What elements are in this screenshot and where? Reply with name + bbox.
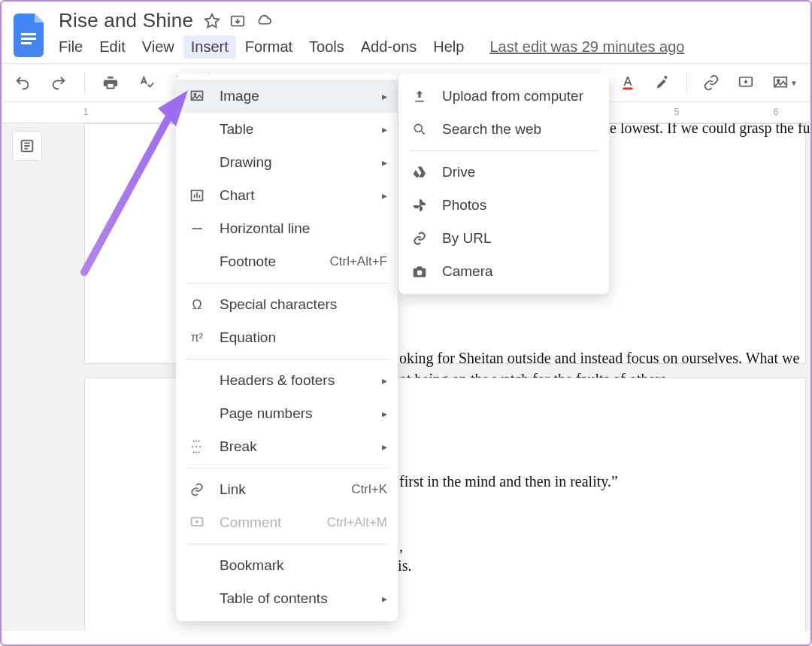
- menu-drawing[interactable]: Drawing ▸: [176, 146, 398, 179]
- body-text: oking for Sheitan outside and instead fo…: [399, 350, 799, 367]
- search-icon: [411, 122, 429, 137]
- submenu-camera[interactable]: Camera: [398, 255, 609, 288]
- menu-view[interactable]: View: [142, 38, 174, 56]
- image-submenu: Upload from computer Search the web Driv…: [398, 74, 609, 294]
- chevron-right-icon: ▸: [382, 593, 387, 605]
- link-icon: [411, 231, 429, 246]
- chevron-right-icon: ▸: [382, 375, 387, 387]
- document-title[interactable]: Rise and Shine: [59, 9, 193, 32]
- menu-table[interactable]: Table ▸: [176, 113, 398, 146]
- menu-comment: Comment Ctrl+Alt+M: [176, 506, 398, 539]
- menu-bar: File Edit View Insert Format Tools Add-o…: [59, 32, 798, 63]
- omega-icon: Ω: [188, 297, 206, 313]
- link-icon: [188, 482, 206, 497]
- submenu-search-web[interactable]: Search the web: [398, 113, 609, 146]
- cloud-icon[interactable]: [255, 13, 273, 29]
- docs-header: Rise and Shine File Edit View Insert For…: [2, 2, 810, 63]
- undo-icon[interactable]: [12, 72, 33, 93]
- label: Headers & footers: [220, 372, 335, 389]
- label: Horizontal line: [220, 220, 310, 237]
- highlight-icon[interactable]: [652, 72, 673, 93]
- submenu-by-url[interactable]: By URL: [398, 222, 609, 255]
- image-icon: [188, 89, 206, 104]
- label: Comment: [220, 514, 281, 531]
- menu-help[interactable]: Help: [433, 38, 464, 56]
- chevron-right-icon: ▸: [382, 156, 387, 168]
- menu-addons[interactable]: Add-ons: [361, 38, 417, 56]
- label: Photos: [442, 197, 486, 214]
- menu-page-numbers[interactable]: Page numbers ▸: [176, 397, 398, 430]
- pi-icon: π²: [188, 331, 206, 344]
- shortcut: Ctrl+Alt+F: [329, 254, 387, 269]
- label: Search the web: [442, 121, 541, 138]
- label: Upload from computer: [442, 88, 583, 105]
- menu-table-of-contents[interactable]: Table of contents ▸: [176, 582, 398, 615]
- chevron-right-icon: ▸: [382, 441, 387, 453]
- ruler-mark: 6: [774, 107, 779, 117]
- svg-rect-5: [623, 87, 633, 89]
- svg-point-14: [414, 124, 422, 132]
- menu-break[interactable]: Break ▸: [176, 430, 398, 463]
- comment-add-icon[interactable]: [735, 72, 756, 93]
- text-color-icon[interactable]: [617, 72, 638, 93]
- svg-point-8: [777, 80, 780, 82]
- submenu-drive[interactable]: Drive: [398, 156, 609, 189]
- menu-chart[interactable]: Chart ▸: [176, 179, 398, 212]
- label: Equation: [220, 329, 276, 346]
- insert-image-icon[interactable]: ▼: [770, 72, 800, 93]
- label: Drawing: [220, 154, 272, 171]
- menu-file[interactable]: File: [59, 38, 83, 56]
- shortcut: Ctrl+Alt+M: [327, 515, 387, 530]
- chevron-right-icon: ▸: [382, 190, 387, 202]
- label: Break: [220, 438, 257, 455]
- body-text: ,: [399, 538, 403, 555]
- menu-insert[interactable]: Insert: [183, 35, 236, 59]
- photos-icon: [411, 198, 429, 213]
- menu-special-characters[interactable]: Ω Special characters: [176, 288, 398, 321]
- comment-icon: [188, 515, 206, 530]
- label: Link: [220, 481, 246, 498]
- menu-bookmark[interactable]: Bookmark: [176, 549, 398, 582]
- label: Image: [220, 88, 259, 105]
- label: Bookmark: [220, 557, 284, 574]
- label: Drive: [442, 164, 475, 180]
- insert-dropdown: Image ▸ Table ▸ Drawing ▸ Chart ▸ Horizo…: [176, 74, 398, 621]
- submenu-photos[interactable]: Photos: [398, 189, 609, 222]
- upload-icon: [411, 89, 429, 104]
- camera-icon: [411, 264, 429, 279]
- label: Table of contents: [220, 590, 328, 607]
- menu-horizontal-line[interactable]: Horizontal line: [176, 212, 398, 245]
- menu-link[interactable]: Link Ctrl+K: [176, 473, 398, 506]
- star-icon[interactable]: [204, 13, 220, 29]
- svg-rect-1: [21, 38, 36, 40]
- submenu-upload[interactable]: Upload from computer: [398, 80, 609, 113]
- label: Table: [220, 121, 253, 138]
- label: Special characters: [220, 296, 337, 313]
- menu-equation[interactable]: π² Equation: [176, 321, 398, 354]
- move-icon[interactable]: [229, 13, 246, 29]
- body-text: he lowest. If we could grasp the full: [602, 123, 810, 137]
- chevron-right-icon: ▸: [382, 90, 387, 102]
- hline-icon: [188, 221, 206, 236]
- print-icon[interactable]: [100, 72, 121, 93]
- link-icon[interactable]: [701, 72, 722, 93]
- label: Camera: [442, 263, 493, 280]
- menu-tools[interactable]: Tools: [309, 38, 344, 56]
- label: By URL: [442, 230, 491, 247]
- menu-footnote[interactable]: Footnote Ctrl+Alt+F: [176, 245, 398, 278]
- docs-logo-icon[interactable]: [14, 14, 47, 57]
- chevron-right-icon: ▸: [382, 408, 387, 420]
- drive-icon: [411, 165, 429, 180]
- chart-icon: [188, 188, 206, 203]
- last-edit-link[interactable]: Last edit was 29 minutes ago: [489, 38, 684, 56]
- ruler-mark: 5: [674, 107, 680, 117]
- redo-icon[interactable]: [48, 72, 69, 93]
- menu-format[interactable]: Format: [245, 38, 292, 56]
- menu-edit[interactable]: Edit: [99, 38, 125, 56]
- svg-rect-0: [21, 33, 36, 35]
- label: Chart: [220, 187, 254, 204]
- menu-image[interactable]: Image ▸: [176, 80, 398, 113]
- spellcheck-icon[interactable]: [136, 72, 157, 93]
- menu-headers-footers[interactable]: Headers & footers ▸: [176, 364, 398, 397]
- outline-icon[interactable]: [12, 131, 42, 161]
